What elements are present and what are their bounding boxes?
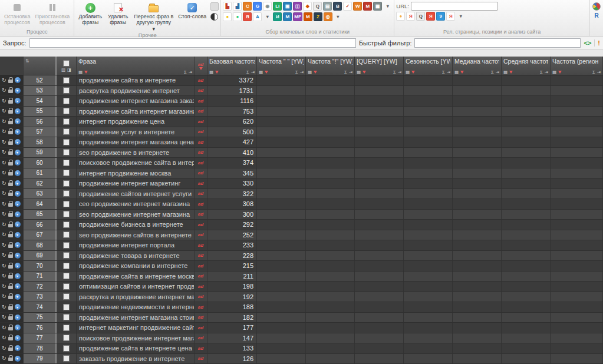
row-checkbox[interactable] [63,180,70,187]
delete-phrases-button[interactable]: Удалить фразы [104,1,131,27]
lock-icon[interactable] [8,327,13,330]
sum-icon[interactable]: Σ [491,70,494,75]
lock-icon[interactable] [8,358,13,361]
direct-ad-icon[interactable]: ad [195,96,207,106]
row-checkbox[interactable] [63,314,70,320]
refresh-icon[interactable]: ↻ [2,160,6,166]
direct-ad-icon[interactable]: ad [195,189,207,199]
direct-ad-icon[interactable]: ad [195,127,207,137]
direct-globe-icon[interactable]: ▾ [15,294,21,300]
refresh-icon[interactable]: ↻ [2,294,6,299]
row-checkbox[interactable] [63,211,70,217]
phrase-text[interactable]: продвижение сайта в интернете москва [77,272,195,282]
row-checkbox[interactable] [63,77,70,84]
lock-icon[interactable] [8,224,13,227]
phrase-text[interactable]: раскрутка продвижение интернет [77,86,195,96]
lock-icon[interactable] [8,162,13,166]
refresh-icon[interactable]: ↻ [2,140,6,145]
chart-red-icon[interactable]: ▙ [223,2,232,11]
refresh-icon[interactable]: ↻ [2,346,6,351]
phrase-text[interactable]: поисковое продвижение интернет магаз [77,333,195,343]
target-icon[interactable]: ◎ [324,12,332,21]
row-checkbox[interactable] [63,335,70,341]
header-phrase[interactable]: Фраза ▦ Σ ⇥ [77,57,195,75]
refresh-icon[interactable]: ↻ [2,150,6,155]
direct-ad-icon[interactable]: ad [195,178,207,188]
a-edit-icon[interactable]: A [253,12,262,21]
lock-icon[interactable] [8,296,13,299]
refresh-icon[interactable]: ↻ [2,119,6,124]
direct-ad-icon[interactable]: ad [195,272,207,282]
lock-icon[interactable] [8,286,13,289]
lock-icon[interactable] [8,110,13,114]
row-checkbox[interactable] [63,304,70,310]
table-row[interactable]: ↻ ▾ 61 интернет продвижение москва ad 34… [0,168,603,179]
lock-icon[interactable] [8,348,13,351]
refresh-icon[interactable]: ↻ [2,170,6,176]
table-row[interactable]: ↻ ▾ 56 интернет продвижение цена ad 620 [0,117,603,127]
row-checkbox[interactable] [63,87,70,94]
direct-globe-icon[interactable]: ▾ [15,108,21,114]
column-header[interactable]: [QUERY] [YW] ▦ Σ ⇥ [355,57,404,75]
yandex-outline-icon[interactable]: Я [446,12,455,21]
table-row[interactable]: ↻ ▾ 73 раскрутка и продвижение интернет … [0,292,603,303]
direct-globe-icon[interactable]: ▾ [15,304,21,310]
table-row[interactable]: ↻ ▾ 60 поисковое продвижение сайта в инт… [0,158,603,168]
yandex-icon[interactable]: Я [243,12,252,21]
grid-icon[interactable]: ▦ [503,70,508,75]
direct-globe-icon[interactable]: ▾ [15,211,21,217]
b-dark-icon[interactable]: B [333,2,342,11]
chevron-down-icon[interactable]: ▾ [334,12,342,21]
direct-globe-icon[interactable]: ▾ [15,335,21,341]
column-header[interactable]: Частота (регион ▦ Σ ⇥ [551,57,603,75]
direct-globe-icon[interactable]: ▾ [15,191,21,197]
pin-icon[interactable]: ⇥ [398,70,401,75]
table-row[interactable]: ↻ ▾ 70 продвижение компании в интернете … [0,261,603,272]
m-blue-icon[interactable]: M [283,12,292,21]
row-checkbox[interactable] [63,149,70,155]
mf-purple-icon[interactable]: MF [293,12,302,21]
purple-grid-icon[interactable]: ◫ [293,2,302,11]
add-phrases-button[interactable]: + Добавить фразы [76,1,104,27]
li-green-icon[interactable]: Li [273,2,282,11]
filter-icon[interactable] [558,71,562,74]
table-row[interactable]: ↻ ▾ 75 продвижение интернет магазина сто… [0,313,603,323]
table-row[interactable]: ↻ ▾ 62 продвижение интернет маркетинг ad… [0,178,603,189]
grid-icon[interactable]: ▦ [454,70,459,75]
m-red-icon[interactable]: M [363,2,372,11]
blue-grid-icon[interactable]: ▣ [283,2,292,11]
row-checkbox[interactable] [63,293,70,300]
table-row[interactable]: ↻ ▾ 79 заказать продвижение в интернете … [0,354,603,364]
table-row[interactable]: ↻ ▾ 77 поисковое продвижение интернет ма… [0,333,603,344]
row-checkbox[interactable] [63,190,70,197]
sort-icon[interactable]: ⇅ [25,59,29,64]
row-checkbox[interactable] [63,252,70,259]
row-checkbox[interactable] [63,242,70,249]
google-icon[interactable]: G [253,2,262,11]
direct-globe-icon[interactable]: ▾ [15,77,21,83]
refresh-icon[interactable]: ↻ [2,273,6,279]
direct-ad-icon[interactable]: ad [195,313,207,323]
direct-globe-icon[interactable]: ▾ [15,139,21,145]
grid-gray-icon[interactable]: ▦ [373,2,382,11]
direct-ad-icon[interactable]: ad [195,282,207,292]
chevron-down-icon[interactable]: ▾ [456,12,465,21]
pin-icon[interactable]: ⇥ [496,70,499,75]
phrase-text[interactable]: интернет продвижение цена [77,117,195,127]
row-checkbox[interactable] [63,263,70,269]
phrase-text[interactable]: поисковое продвижение сайта в интернете [77,158,195,168]
direct-globe-icon[interactable]: ▾ [15,325,21,330]
row-checkbox[interactable] [63,170,70,176]
grid-icon[interactable]: ▦ [209,70,213,75]
phrase-text[interactable]: продвижение сайта в интернете цена [77,343,195,353]
grid-icon[interactable]: ▦ [259,70,263,75]
table-row[interactable]: ↻ ▾ 72 оптимизация сайтов и интернет про… [0,282,603,292]
direct-globe-icon[interactable]: ▾ [15,253,21,259]
lock-icon[interactable] [8,141,13,145]
eye-icon[interactable]: ◉ [263,2,272,11]
chevron-down-icon[interactable]: ▾ [383,2,392,11]
direct-globe-icon[interactable]: ▾ [15,263,21,269]
refresh-icon[interactable]: ↻ [2,211,6,217]
yandex-white-icon[interactable]: Я [406,12,415,21]
i-teal-icon[interactable]: И [273,12,282,21]
